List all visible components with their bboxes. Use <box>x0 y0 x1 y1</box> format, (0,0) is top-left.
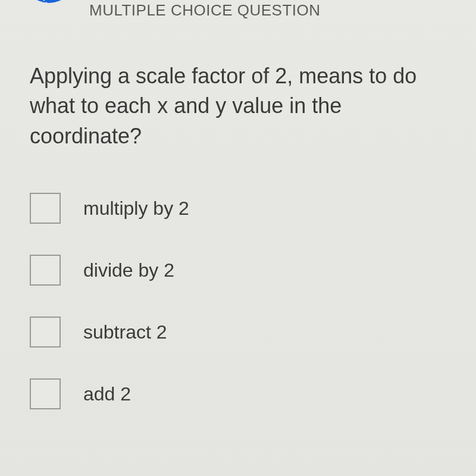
option-label: multiply by 2 <box>83 198 189 220</box>
checkbox[interactable] <box>30 255 61 286</box>
option-label: add 2 <box>83 383 131 405</box>
option-multiply[interactable]: multiply by 2 <box>30 193 446 224</box>
checkbox[interactable] <box>30 317 61 347</box>
option-subtract[interactable]: subtract 2 <box>30 317 446 347</box>
checkbox[interactable] <box>30 378 61 409</box>
option-add[interactable]: add 2 <box>30 378 446 409</box>
question-text: Applying a scale factor of 2, means to d… <box>0 20 476 181</box>
option-label: subtract 2 <box>83 321 167 343</box>
options-list: multiply by 2 divide by 2 subtract 2 add… <box>0 181 476 421</box>
question-header: MULTIPLE CHOICE QUESTION <box>0 0 476 20</box>
checklist-icon-circle <box>24 0 74 3</box>
checkbox[interactable] <box>30 193 61 224</box>
checklist-icon <box>39 0 60 3</box>
question-type-label: MULTIPLE CHOICE QUESTION <box>89 1 321 20</box>
option-label: divide by 2 <box>83 259 174 281</box>
option-divide[interactable]: divide by 2 <box>30 255 446 286</box>
